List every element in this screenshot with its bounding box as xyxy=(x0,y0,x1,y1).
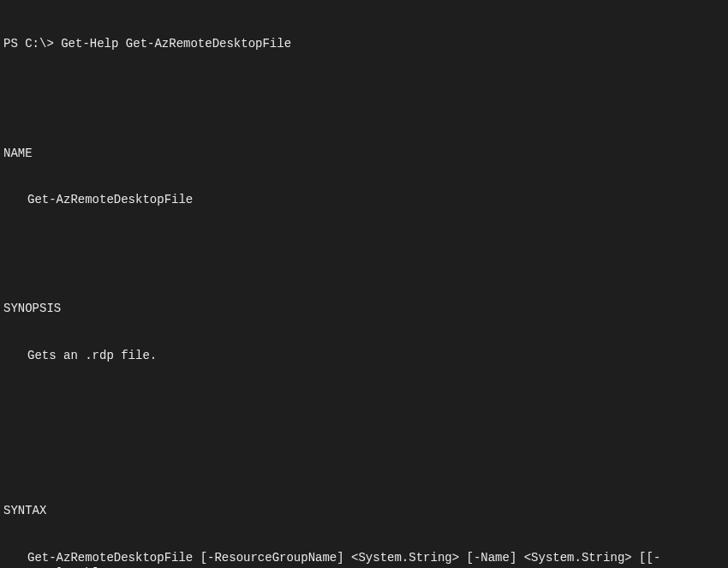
section-heading-synopsis: SYNOPSIS xyxy=(3,301,725,316)
section-heading-syntax: SYNTAX xyxy=(3,503,725,518)
syntax-block1-line1: Get-AzRemoteDesktopFile [-ResourceGroupN… xyxy=(3,550,725,568)
synopsis-content: Gets an .rdp file. xyxy=(3,348,725,363)
prompt-line-1: PS C:\> Get-Help Get-AzRemoteDesktopFile xyxy=(3,36,725,51)
terminal-output[interactable]: PS C:\> Get-Help Get-AzRemoteDesktopFile… xyxy=(3,5,725,568)
section-heading-name: NAME xyxy=(3,146,725,161)
name-content: Get-AzRemoteDesktopFile xyxy=(3,192,725,207)
